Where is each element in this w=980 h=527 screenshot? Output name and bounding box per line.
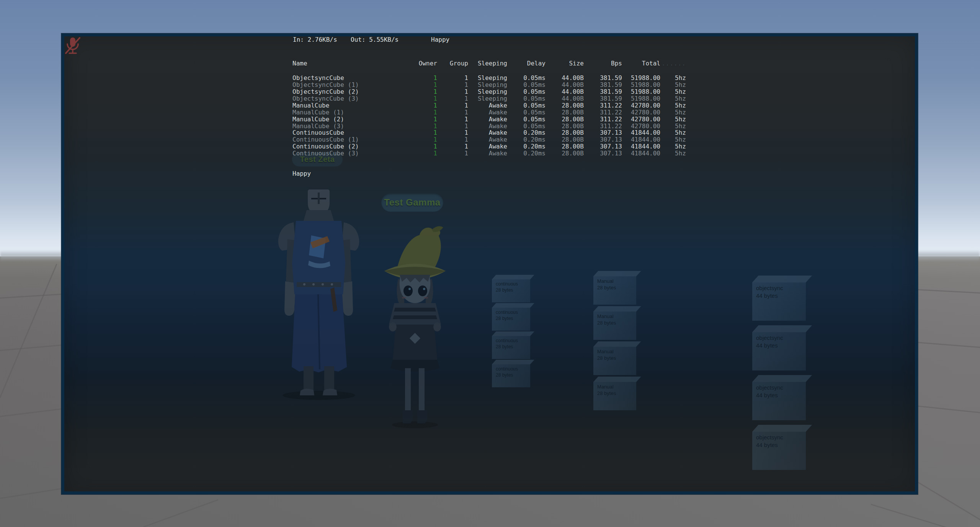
cube-front-face: continuous28 bytes (492, 308, 530, 331)
table-row: ContinuousCube (3)11Awake0.20ms28.00B307… (292, 150, 686, 157)
bandwidth-in-label: In: 2.76KB/s (293, 36, 337, 43)
cell-sleeping: Sleeping (468, 88, 507, 95)
cell-group: 1 (437, 109, 468, 116)
col-header-delay: Delay (507, 60, 546, 67)
test-gamma-button[interactable]: Test Gamma (381, 193, 443, 212)
col-header-name: Name (292, 60, 407, 67)
cell-size: 28.00B (546, 102, 584, 109)
cube-label: objectsync44 bytes (752, 332, 806, 351)
status-label: Happy (292, 170, 311, 177)
cell-delay: 0.20ms (507, 129, 546, 136)
cell-delay: 0.20ms (507, 143, 546, 150)
cell-size: 28.00B (546, 123, 584, 130)
table-row: ContinuousCube (1)11Awake0.20ms28.00B307… (292, 136, 686, 143)
cube-top-face (492, 275, 534, 279)
cube-label: Manual28 bytes (593, 276, 636, 293)
cell-total: 51988.00 (622, 95, 660, 102)
cell-rate: 5hz (660, 129, 686, 136)
cube-label: continuous28 bytes (492, 308, 530, 323)
cube-front-face: objectsync44 bytes (752, 332, 806, 370)
table-row: ContinuousCube11Awake0.20ms28.00B307.134… (292, 129, 686, 136)
cell-owner: 1 (407, 102, 437, 109)
cell-name: ManualCube (1) (292, 109, 407, 116)
cube-label: continuous28 bytes (492, 364, 530, 380)
sync-cube: objectsync44 bytes (752, 325, 806, 370)
col-header-total: Total (622, 60, 660, 67)
cell-delay: 0.05ms (507, 116, 546, 123)
cell-sleeping: Sleeping (468, 75, 507, 82)
cell-owner: 1 (407, 129, 437, 136)
sync-cube: continuous28 bytes (492, 275, 530, 302)
cell-group: 1 (437, 116, 468, 123)
cell-group: 1 (437, 88, 468, 95)
cell-rate: 5hz (660, 136, 686, 143)
cell-name: ManualCube (292, 102, 407, 109)
cell-rate: 5hz (660, 116, 686, 123)
sync-cube: Manual28 bytes (593, 271, 636, 305)
cell-sleeping: Awake (468, 143, 507, 150)
cell-name: ObjectsyncCube (292, 75, 407, 82)
cube-top-face (752, 276, 812, 282)
cell-total: 42780.00 (622, 123, 660, 130)
cube-label: Manual28 bytes (593, 312, 636, 328)
cell-name: ContinuousCube (292, 129, 407, 136)
cube-label: continuous28 bytes (492, 279, 530, 295)
cell-total: 42780.00 (622, 109, 660, 116)
cube-top-face (492, 303, 534, 308)
cell-rate: 5hz (660, 143, 686, 150)
cell-delay: 0.05ms (507, 82, 546, 88)
cell-sleeping: Awake (468, 129, 507, 136)
cell-rate: 5hz (660, 88, 686, 95)
cell-rate: 5hz (660, 95, 686, 102)
cube-label: Manual28 bytes (593, 347, 636, 364)
network-stats-panel: continuous28 bytescontinuous28 bytescont… (61, 33, 918, 494)
cube-label: objectsync44 bytes (752, 382, 806, 401)
table-row: ContinuousCube (2)11Awake0.20ms28.00B307… (292, 143, 686, 150)
cell-size: 44.00B (546, 82, 584, 88)
cell-owner: 1 (407, 82, 437, 88)
cell-total: 42780.00 (622, 116, 660, 123)
cell-name: ContinuousCube (2) (292, 143, 407, 150)
cube-front-face: continuous28 bytes (492, 364, 530, 387)
cell-bps: 381.59 (584, 75, 622, 82)
sync-cube: Manual28 bytes (593, 341, 636, 375)
col-header-size: Size (546, 60, 584, 67)
muted-microphone-icon (64, 36, 81, 55)
cell-group: 1 (437, 129, 468, 136)
cell-total: 41844.00 (622, 150, 660, 157)
cell-name: ObjectsyncCube (3) (292, 95, 407, 102)
cell-bps: 381.59 (584, 95, 622, 102)
anime-character (383, 221, 447, 430)
table-header: Name Owner Group Sleeping Delay Size Bps… (292, 60, 686, 67)
cell-owner: 1 (407, 116, 437, 123)
col-header-sleeping: Sleeping (468, 60, 507, 67)
cube-top-face (593, 271, 641, 276)
bandwidth-out-label: Out: 5.55KB/s (351, 36, 399, 43)
cell-group: 1 (437, 136, 468, 143)
cell-name: ObjectsyncCube (1) (292, 82, 407, 88)
cell-owner: 1 (407, 88, 437, 95)
table-row: ObjectsyncCube (1)11Sleeping0.05ms44.00B… (292, 82, 686, 88)
knight-character (274, 186, 364, 400)
cell-size: 44.00B (546, 95, 584, 102)
cell-rate: 5hz (660, 123, 686, 130)
cell-bps: 307.13 (584, 129, 622, 136)
cell-sleeping: Awake (468, 116, 507, 123)
cell-owner: 1 (407, 136, 437, 143)
cell-delay: 0.20ms (507, 150, 546, 157)
cube-label: objectsync44 bytes (752, 432, 806, 450)
cell-bps: 311.22 (584, 123, 622, 130)
cell-name: ManualCube (3) (292, 123, 407, 130)
sync-cube: objectsync44 bytes (752, 425, 806, 470)
cell-group: 1 (437, 95, 468, 102)
cube-top-face (593, 306, 641, 312)
cell-size: 44.00B (546, 88, 584, 95)
cell-group: 1 (437, 123, 468, 130)
table-row: ManualCube (2)11Awake0.05ms28.00B311.224… (292, 116, 686, 123)
cell-delay: 0.05ms (507, 95, 546, 102)
cell-owner: 1 (407, 109, 437, 116)
cube-front-face: objectsync44 bytes (752, 282, 806, 321)
cell-name: ContinuousCube (3) (292, 150, 407, 157)
cell-owner: 1 (407, 95, 437, 102)
cube-top-face (593, 341, 641, 347)
